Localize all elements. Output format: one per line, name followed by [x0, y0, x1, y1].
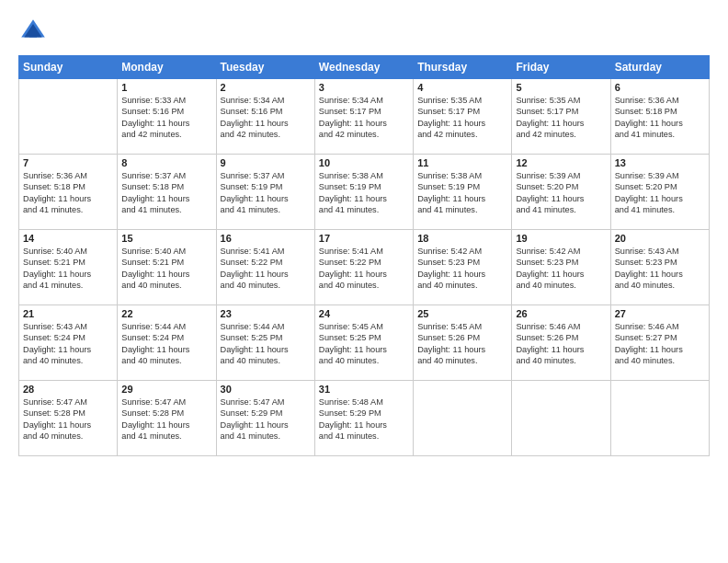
day-detail: Sunrise: 5:39 AM Sunset: 5:20 PM Dayligh…: [615, 170, 705, 216]
header-day-monday: Monday: [118, 56, 216, 79]
calendar-cell: 30Sunrise: 5:47 AM Sunset: 5:29 PM Dayli…: [216, 381, 314, 456]
day-number: 2: [221, 82, 311, 93]
header-day-tuesday: Tuesday: [216, 56, 314, 79]
day-detail: Sunrise: 5:46 AM Sunset: 5:26 PM Dayligh…: [516, 321, 606, 367]
day-detail: Sunrise: 5:34 AM Sunset: 5:17 PM Dayligh…: [319, 95, 409, 141]
day-detail: Sunrise: 5:37 AM Sunset: 5:19 PM Dayligh…: [221, 170, 311, 216]
day-number: 8: [121, 157, 211, 168]
calendar-cell: 3Sunrise: 5:34 AM Sunset: 5:17 PM Daylig…: [314, 79, 413, 155]
day-number: 17: [319, 233, 409, 244]
day-detail: Sunrise: 5:46 AM Sunset: 5:27 PM Dayligh…: [615, 321, 705, 367]
day-detail: Sunrise: 5:34 AM Sunset: 5:16 PM Dayligh…: [221, 95, 311, 141]
day-number: 13: [615, 157, 705, 168]
logo-icon: [18, 17, 48, 46]
day-number: 30: [221, 384, 311, 395]
calendar-cell: 24Sunrise: 5:45 AM Sunset: 5:25 PM Dayli…: [314, 305, 413, 381]
calendar-cell: 9Sunrise: 5:37 AM Sunset: 5:19 PM Daylig…: [216, 155, 314, 230]
calendar-cell: [414, 381, 512, 456]
svg-rect-2: [29, 31, 37, 37]
calendar-cell: 1Sunrise: 5:33 AM Sunset: 5:16 PM Daylig…: [118, 79, 216, 155]
calendar-cell: [610, 381, 709, 456]
day-number: 5: [516, 82, 606, 93]
calendar-cell: 28Sunrise: 5:47 AM Sunset: 5:28 PM Dayli…: [19, 381, 118, 456]
calendar-cell: 13Sunrise: 5:39 AM Sunset: 5:20 PM Dayli…: [610, 155, 709, 230]
day-detail: Sunrise: 5:39 AM Sunset: 5:20 PM Dayligh…: [516, 170, 606, 216]
day-detail: Sunrise: 5:37 AM Sunset: 5:18 PM Dayligh…: [121, 170, 211, 216]
day-detail: Sunrise: 5:41 AM Sunset: 5:22 PM Dayligh…: [319, 246, 409, 292]
day-detail: Sunrise: 5:47 AM Sunset: 5:28 PM Dayligh…: [121, 396, 211, 442]
calendar-cell: 16Sunrise: 5:41 AM Sunset: 5:22 PM Dayli…: [216, 230, 314, 305]
calendar-cell: 11Sunrise: 5:38 AM Sunset: 5:19 PM Dayli…: [414, 155, 512, 230]
calendar-cell: 8Sunrise: 5:37 AM Sunset: 5:18 PM Daylig…: [118, 155, 216, 230]
week-row-1: 7Sunrise: 5:36 AM Sunset: 5:18 PM Daylig…: [19, 155, 710, 230]
calendar-cell: 7Sunrise: 5:36 AM Sunset: 5:18 PM Daylig…: [19, 155, 118, 230]
calendar-cell: 18Sunrise: 5:42 AM Sunset: 5:23 PM Dayli…: [414, 230, 512, 305]
day-detail: Sunrise: 5:43 AM Sunset: 5:23 PM Dayligh…: [615, 246, 705, 292]
page: SundayMondayTuesdayWednesdayThursdayFrid…: [0, 0, 728, 563]
day-number: 7: [23, 157, 113, 168]
day-detail: Sunrise: 5:38 AM Sunset: 5:19 PM Dayligh…: [417, 170, 507, 216]
day-number: 1: [121, 82, 211, 93]
calendar-cell: 10Sunrise: 5:38 AM Sunset: 5:19 PM Dayli…: [314, 155, 413, 230]
header: [18, 17, 710, 46]
day-number: 3: [319, 82, 409, 93]
calendar-cell: 25Sunrise: 5:45 AM Sunset: 5:26 PM Dayli…: [414, 305, 512, 381]
day-detail: Sunrise: 5:44 AM Sunset: 5:25 PM Dayligh…: [221, 321, 311, 367]
day-number: 29: [121, 384, 211, 395]
day-detail: Sunrise: 5:40 AM Sunset: 5:21 PM Dayligh…: [23, 246, 113, 292]
day-detail: Sunrise: 5:38 AM Sunset: 5:19 PM Dayligh…: [319, 170, 409, 216]
day-detail: Sunrise: 5:44 AM Sunset: 5:24 PM Dayligh…: [121, 321, 211, 367]
header-day-sunday: Sunday: [19, 56, 118, 79]
calendar-cell: 15Sunrise: 5:40 AM Sunset: 5:21 PM Dayli…: [118, 230, 216, 305]
day-number: 6: [615, 82, 705, 93]
week-row-4: 28Sunrise: 5:47 AM Sunset: 5:28 PM Dayli…: [19, 381, 710, 456]
calendar-cell: 21Sunrise: 5:43 AM Sunset: 5:24 PM Dayli…: [19, 305, 118, 381]
day-number: 21: [23, 308, 113, 319]
day-number: 26: [516, 308, 606, 319]
day-number: 31: [319, 384, 409, 395]
calendar-cell: 22Sunrise: 5:44 AM Sunset: 5:24 PM Dayli…: [118, 305, 216, 381]
day-number: 20: [615, 233, 705, 244]
logo: [18, 17, 51, 46]
day-number: 27: [615, 308, 705, 319]
day-number: 24: [319, 308, 409, 319]
header-day-saturday: Saturday: [610, 56, 709, 79]
week-row-3: 21Sunrise: 5:43 AM Sunset: 5:24 PM Dayli…: [19, 305, 710, 381]
day-number: 25: [417, 308, 507, 319]
calendar-cell: [512, 381, 610, 456]
calendar-table: SundayMondayTuesdayWednesdayThursdayFrid…: [18, 55, 710, 456]
calendar-cell: 20Sunrise: 5:43 AM Sunset: 5:23 PM Dayli…: [610, 230, 709, 305]
day-detail: Sunrise: 5:42 AM Sunset: 5:23 PM Dayligh…: [516, 246, 606, 292]
day-number: 12: [516, 157, 606, 168]
day-detail: Sunrise: 5:45 AM Sunset: 5:25 PM Dayligh…: [319, 321, 409, 367]
day-detail: Sunrise: 5:36 AM Sunset: 5:18 PM Dayligh…: [615, 95, 705, 141]
calendar-cell: 26Sunrise: 5:46 AM Sunset: 5:26 PM Dayli…: [512, 305, 610, 381]
day-detail: Sunrise: 5:35 AM Sunset: 5:17 PM Dayligh…: [417, 95, 507, 141]
day-number: 15: [121, 233, 211, 244]
day-number: 4: [417, 82, 507, 93]
day-number: 14: [23, 233, 113, 244]
calendar-cell: 5Sunrise: 5:35 AM Sunset: 5:17 PM Daylig…: [512, 79, 610, 155]
day-number: 10: [319, 157, 409, 168]
day-detail: Sunrise: 5:48 AM Sunset: 5:29 PM Dayligh…: [319, 396, 409, 442]
week-row-2: 14Sunrise: 5:40 AM Sunset: 5:21 PM Dayli…: [19, 230, 710, 305]
day-number: 18: [417, 233, 507, 244]
day-detail: Sunrise: 5:45 AM Sunset: 5:26 PM Dayligh…: [417, 321, 507, 367]
calendar-cell: 14Sunrise: 5:40 AM Sunset: 5:21 PM Dayli…: [19, 230, 118, 305]
calendar-cell: 27Sunrise: 5:46 AM Sunset: 5:27 PM Dayli…: [610, 305, 709, 381]
day-detail: Sunrise: 5:41 AM Sunset: 5:22 PM Dayligh…: [221, 246, 311, 292]
day-number: 11: [417, 157, 507, 168]
header-row: SundayMondayTuesdayWednesdayThursdayFrid…: [19, 56, 710, 79]
calendar-cell: 12Sunrise: 5:39 AM Sunset: 5:20 PM Dayli…: [512, 155, 610, 230]
calendar-cell: 19Sunrise: 5:42 AM Sunset: 5:23 PM Dayli…: [512, 230, 610, 305]
calendar-cell: 23Sunrise: 5:44 AM Sunset: 5:25 PM Dayli…: [216, 305, 314, 381]
calendar-cell: 29Sunrise: 5:47 AM Sunset: 5:28 PM Dayli…: [118, 381, 216, 456]
day-detail: Sunrise: 5:35 AM Sunset: 5:17 PM Dayligh…: [516, 95, 606, 141]
day-detail: Sunrise: 5:47 AM Sunset: 5:28 PM Dayligh…: [23, 396, 113, 442]
day-detail: Sunrise: 5:42 AM Sunset: 5:23 PM Dayligh…: [417, 246, 507, 292]
day-detail: Sunrise: 5:40 AM Sunset: 5:21 PM Dayligh…: [121, 246, 211, 292]
day-number: 16: [221, 233, 311, 244]
calendar-cell: 6Sunrise: 5:36 AM Sunset: 5:18 PM Daylig…: [610, 79, 709, 155]
week-row-0: 1Sunrise: 5:33 AM Sunset: 5:16 PM Daylig…: [19, 79, 710, 155]
day-number: 19: [516, 233, 606, 244]
